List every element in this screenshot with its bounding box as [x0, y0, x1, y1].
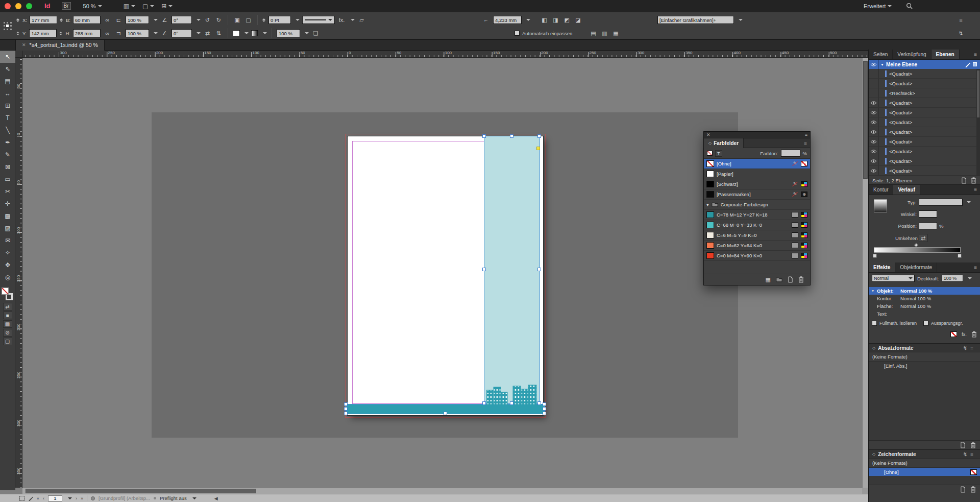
- reference-point-proxy[interactable]: [4, 22, 12, 31]
- chevron-down-icon[interactable]: [197, 32, 201, 36]
- pencil-tool[interactable]: ✎: [0, 149, 15, 161]
- panel-menu-icon[interactable]: ≡: [974, 262, 980, 272]
- page[interactable]: [348, 136, 543, 415]
- live-corner-widget[interactable]: [536, 147, 540, 150]
- bridge-button[interactable]: Br: [62, 2, 71, 10]
- shear-field[interactable]: 0°: [172, 29, 192, 37]
- chevron-down-icon[interactable]: [197, 19, 201, 23]
- effects-row[interactable]: ▼Objekt:Normal 100 %: [869, 287, 980, 295]
- layer-selection-square[interactable]: [973, 62, 977, 66]
- scissors-tool[interactable]: ✂: [0, 185, 15, 198]
- constrain-scale-icon[interactable]: ∞: [103, 29, 112, 37]
- previous-page-button[interactable]: ‹: [43, 496, 44, 501]
- layer-row[interactable]: <Rechteck>: [869, 88, 980, 98]
- effects-row[interactable]: Kontur:Normal 100 %: [869, 295, 980, 302]
- direct-selection-tool[interactable]: ⇖: [0, 63, 15, 75]
- structure-icon[interactable]: [19, 496, 24, 501]
- chevron-down-icon[interactable]: [192, 497, 197, 501]
- knockout-group-checkbox[interactable]: [923, 321, 928, 326]
- wrap-bounding-box-button[interactable]: ▥: [600, 29, 609, 37]
- trash-icon[interactable]: [970, 442, 976, 448]
- content-collector-tool[interactable]: ⊞: [0, 100, 15, 112]
- pen-annotation-icon[interactable]: [28, 496, 33, 501]
- disclosure-triangle-icon[interactable]: ▼: [880, 63, 884, 66]
- rotate-cw-button[interactable]: ↻: [214, 16, 223, 24]
- quick-apply-icon[interactable]: ↯: [957, 29, 965, 37]
- eyedropper-tool[interactable]: ✧: [0, 247, 15, 259]
- preflight-state-text[interactable]: Preflight aus: [160, 495, 187, 501]
- page-tool[interactable]: ▤: [0, 75, 15, 87]
- select-container-button[interactable]: ▣: [233, 16, 241, 24]
- style-row[interactable]: [Einf. Abs.]: [869, 362, 980, 370]
- x-field[interactable]: 177 mm: [30, 16, 57, 24]
- scrollbar-thumb[interactable]: [26, 489, 256, 493]
- page-number-field[interactable]: 1: [48, 495, 62, 501]
- swatch-row[interactable]: C=0 M=84 Y=90 K=0: [704, 251, 810, 261]
- tab-ebenen[interactable]: Ebenen: [932, 50, 960, 59]
- no-text-wrap-button[interactable]: ▤: [589, 29, 598, 37]
- flip-vertical-button[interactable]: ⇅: [214, 29, 223, 37]
- fill-proxy-icon[interactable]: [707, 151, 713, 156]
- height-field[interactable]: 288 mm: [73, 29, 101, 37]
- tab-verknüpfung[interactable]: Verknüpfung: [893, 50, 931, 59]
- center-content-button[interactable]: ◩: [562, 16, 571, 24]
- hand-tool[interactable]: ✥: [0, 259, 15, 271]
- reverse-gradient-button[interactable]: ⇄: [919, 234, 927, 242]
- text-formatting-icon[interactable]: T: [715, 150, 722, 157]
- selection-handle[interactable]: [543, 402, 546, 406]
- apply-none-button[interactable]: ⊘: [3, 329, 12, 337]
- panel-menu-icon[interactable]: ≡: [970, 345, 973, 351]
- trash-icon[interactable]: [971, 177, 976, 184]
- chevron-down-icon[interactable]: [263, 32, 267, 36]
- horizontal-ruler[interactable]: 3503002502001501005005010015020025030035…: [22, 51, 868, 58]
- layer-row[interactable]: <Quadrat>: [869, 147, 980, 156]
- gradient-thumbnail[interactable]: [874, 199, 887, 212]
- swap-fill-stroke-icon[interactable]: ⇄: [3, 303, 12, 310]
- swatch-row[interactable]: C=6 M=5 Y=9 K=0: [704, 230, 810, 241]
- chevron-down-icon[interactable]: [296, 19, 300, 23]
- constrain-dimensions-icon[interactable]: ∞: [103, 16, 112, 24]
- ruler-origin-corner[interactable]: [15, 51, 22, 58]
- chevron-down-icon[interactable]: [68, 497, 72, 501]
- blend-mode-dropdown[interactable]: Normal: [872, 275, 915, 282]
- fit-frame-to-content-button[interactable]: ◪: [574, 16, 582, 24]
- layer-visibility-toggle[interactable]: [869, 98, 879, 107]
- swatch-row[interactable]: C=0 M=62 Y=64 K=0: [704, 241, 810, 251]
- corner-radius-field[interactable]: 4,233 mm: [493, 16, 522, 24]
- panel-collapse-icon[interactable]: ◇: [872, 346, 875, 350]
- panel-menu-icon[interactable]: ≡: [974, 185, 980, 195]
- gradient-angle-field[interactable]: [919, 210, 937, 218]
- chevron-down-icon[interactable]: [154, 32, 158, 36]
- new-style-icon[interactable]: [960, 486, 966, 493]
- effects-row[interactable]: Fläche:Normal 100 %: [869, 302, 980, 310]
- panel-menu-icon[interactable]: ≡: [974, 50, 980, 59]
- fx-menu-button[interactable]: fx.: [962, 331, 967, 337]
- panel-collapse-icon[interactable]: ≡: [805, 132, 807, 137]
- selection-handle[interactable]: [344, 402, 348, 406]
- y-field[interactable]: 142 mm: [29, 29, 57, 37]
- selection-handle[interactable]: [482, 268, 486, 271]
- trash-icon[interactable]: [798, 276, 804, 283]
- gradient-type-dropdown[interactable]: [919, 199, 963, 206]
- gap-tool[interactable]: ↔: [0, 87, 15, 100]
- chevron-down-icon[interactable]: [244, 32, 249, 36]
- selection-handle[interactable]: [543, 407, 546, 411]
- layer-visibility-toggle[interactable]: [869, 147, 879, 156]
- chevron-down-icon[interactable]: [968, 277, 972, 281]
- stroke-color-dropdown[interactable]: [251, 30, 258, 36]
- panel-menu-icon[interactable]: ≡: [957, 16, 965, 24]
- selection-handle[interactable]: [537, 134, 541, 138]
- object-style-dropdown[interactable]: [Einfacher Grafikrahmen]+: [657, 16, 734, 24]
- selection-handle[interactable]: [543, 412, 546, 415]
- close-panel-icon[interactable]: ✕: [706, 132, 710, 137]
- layer-row[interactable]: <Quadrat>: [869, 79, 980, 88]
- chevron-down-icon[interactable]: [967, 201, 971, 205]
- effects-menu-button[interactable]: fx.: [337, 16, 346, 24]
- layer-row-meine-ebene[interactable]: ▼ Meine Ebene: [869, 60, 980, 69]
- note-tool[interactable]: ✉: [0, 234, 15, 247]
- stroke-weight-field[interactable]: 0 Pt: [268, 16, 291, 24]
- scale-y-field[interactable]: 100 %: [126, 29, 149, 37]
- chevron-down-icon[interactable]: [351, 19, 355, 23]
- arrange-documents-dropdown[interactable]: ⊞: [161, 3, 173, 10]
- panel-collapse-icon[interactable]: ◇: [872, 452, 875, 457]
